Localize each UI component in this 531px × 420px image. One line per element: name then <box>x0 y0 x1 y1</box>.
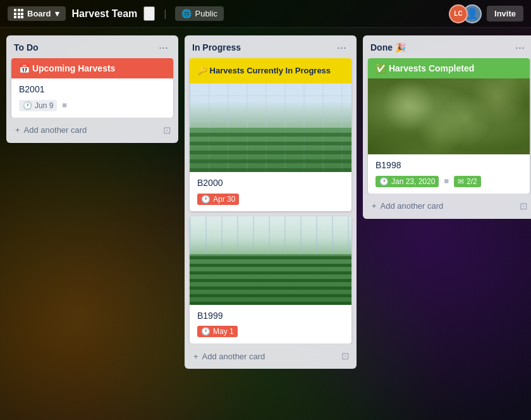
avatar-lc: LC <box>449 4 468 23</box>
date-badge-b1998: 🕐 Jan 23, 2020 <box>375 176 439 187</box>
greenhouse-image-b2000 <box>190 83 351 172</box>
column-title-todo: To Do <box>14 42 39 52</box>
column-menu-in-progress[interactable]: ··· <box>334 42 349 53</box>
column-footer-in-progress: + Add another card ⊡ <box>185 343 357 369</box>
column-cards-in-progress: 🔑 Harvests Currently In Progress B2000 🕐… <box>185 58 357 343</box>
visibility-button[interactable]: 🌐 Public <box>175 6 223 21</box>
card-meta-b1998: 🕐 Jan 23, 2020 ≡ ✉ 2/2 <box>375 176 522 187</box>
clock-icon-b1999: 🕐 <box>201 327 211 336</box>
navbar: Board ▾ Harvest Team ☆ | 🌐 Public LC 👤 I… <box>0 0 531 28</box>
globe-icon: 🌐 <box>181 9 192 18</box>
plus-icon-done: + <box>372 201 377 211</box>
column-footer-done: + Add another card ⊡ <box>363 194 531 219</box>
add-card-button-in-progress[interactable]: + Add another card <box>190 349 269 364</box>
card-meta-b2000: 🕐 Apr 30 <box>197 194 344 205</box>
column-header-todo: To Do ··· <box>6 35 178 58</box>
column-cards-done: ✅ Harvests Completed B1998 🕐 Jan 23, 202… <box>363 58 531 194</box>
clock-icon-b1998: 🕐 <box>379 177 389 186</box>
card-body-b1998: B1998 🕐 Jan 23, 2020 ≡ ✉ 2/2 <box>368 154 530 194</box>
card-body-b2001: B2001 🕐 Jun 9 ≡ <box>11 78 173 118</box>
add-card-label-todo: Add another card <box>24 125 87 135</box>
desc-icon-b2001: ≡ <box>62 101 67 110</box>
card-b2000[interactable]: 🔑 Harvests Currently In Progress B2000 🕐… <box>190 58 351 211</box>
capture-button-todo[interactable]: ⊡ <box>161 123 173 138</box>
card-title-b2001: B2001 <box>19 83 166 96</box>
card-b1998[interactable]: ✅ Harvests Completed B1998 🕐 Jan 23, 202… <box>368 58 530 194</box>
checklist-badge-b1998: ✉ 2/2 <box>454 176 481 187</box>
column-todo: To Do ··· 📅 Upcoming Harvests B2001 🕐 Ju… <box>6 35 178 143</box>
visibility-label: Public <box>195 9 217 18</box>
card-b1999[interactable]: B1999 🕐 May 1 <box>190 216 351 344</box>
column-title-done: Done 🎉 <box>370 42 406 52</box>
desc-icon-b1998: ≡ <box>444 176 449 186</box>
capture-button-done[interactable]: ⊡ <box>518 199 530 214</box>
card-label-upcoming: 📅 Upcoming Harvests <box>11 58 173 78</box>
add-card-button-todo[interactable]: + Add another card <box>11 123 90 137</box>
plus-icon-in-progress: + <box>193 352 198 361</box>
column-menu-done[interactable]: ··· <box>513 42 527 53</box>
clock-icon: 🕐 <box>23 101 32 110</box>
chevron-down-icon: ▾ <box>55 9 59 18</box>
capture-button-in-progress[interactable]: ⊡ <box>339 349 351 364</box>
card-body-b1999: B1999 🕐 May 1 <box>190 305 351 344</box>
bud-image-b1998 <box>368 78 530 154</box>
card-upcoming-harvests[interactable]: 📅 Upcoming Harvests B2001 🕐 Jun 9 ≡ <box>11 58 173 118</box>
column-done: Done 🎉 ··· ✅ Harvests Completed B1998 🕐 … <box>363 35 531 219</box>
add-card-button-done[interactable]: + Add another card <box>368 199 447 213</box>
card-title-b1999: B1999 <box>197 310 344 323</box>
plus-icon-todo: + <box>15 125 20 135</box>
avatar-group: LC 👤 <box>449 4 482 23</box>
star-button[interactable]: ☆ <box>143 6 155 21</box>
date-badge-b1999: 🕐 May 1 <box>197 326 238 337</box>
card-meta-b2001: 🕐 Jun 9 ≡ <box>19 100 166 111</box>
card-body-b2000: B2000 🕐 Apr 30 <box>190 172 351 211</box>
card-label-done: ✅ Harvests Completed <box>368 58 530 78</box>
board: To Do ··· 📅 Upcoming Harvests B2001 🕐 Ju… <box>0 28 531 420</box>
checklist-icon: ✉ <box>458 177 464 186</box>
column-header-done: Done 🎉 ··· <box>363 35 531 58</box>
date-badge-b2001: 🕐 Jun 9 <box>19 100 57 111</box>
separator: | <box>164 8 166 20</box>
greenhouse-image-b1999 <box>190 216 351 305</box>
date-badge-b2000: 🕐 Apr 30 <box>197 194 239 205</box>
board-label: Board <box>27 9 51 18</box>
clock-icon-b2000: 🕐 <box>201 195 211 204</box>
card-title-b1998: B1998 <box>375 159 522 172</box>
board-title: Harvest Team <box>72 8 138 20</box>
add-card-label-done: Add another card <box>381 201 444 211</box>
invite-button[interactable]: Invite <box>487 6 523 22</box>
card-label-in-progress: 🔑 Harvests Currently In Progress <box>190 58 351 83</box>
column-footer-todo: + Add another card ⊡ <box>6 118 178 143</box>
card-title-b2000: B2000 <box>197 177 344 190</box>
grid-icon <box>14 9 23 18</box>
column-in-progress: In Progress ··· 🔑 Harvests Currently In … <box>185 35 357 369</box>
nav-right: LC 👤 Invite <box>449 4 523 23</box>
column-cards-todo: 📅 Upcoming Harvests B2001 🕐 Jun 9 ≡ <box>6 58 178 118</box>
card-meta-b1999: 🕐 May 1 <box>197 326 344 337</box>
board-button[interactable]: Board ▾ <box>8 6 66 21</box>
column-menu-todo[interactable]: ··· <box>156 42 171 53</box>
column-title-in-progress: In Progress <box>192 42 241 52</box>
column-header-in-progress: In Progress ··· <box>185 35 357 58</box>
add-card-label-in-progress: Add another card <box>202 352 266 361</box>
